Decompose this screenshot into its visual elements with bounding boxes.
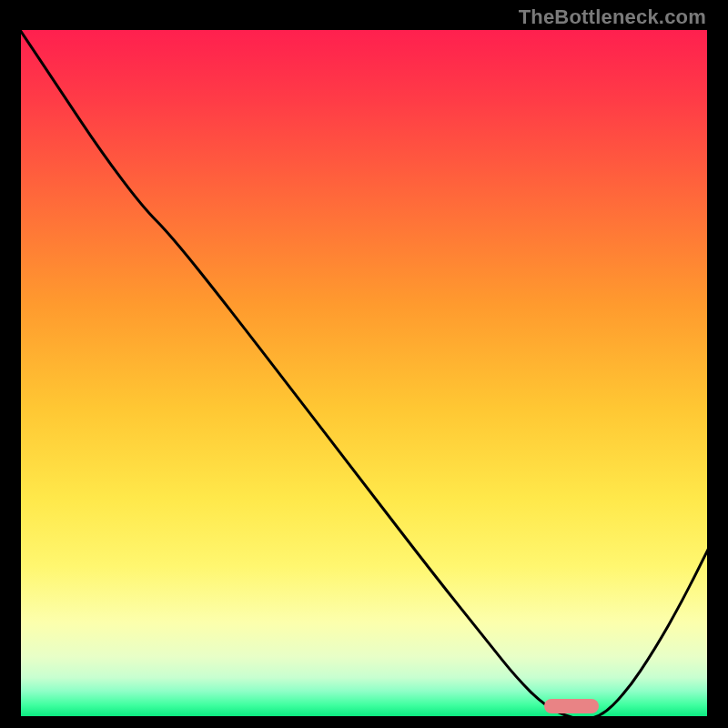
bottleneck-curve bbox=[18, 27, 710, 719]
watermark-text: TheBottleneck.com bbox=[519, 5, 706, 29]
chart-frame bbox=[18, 27, 710, 719]
chart-line-layer bbox=[18, 27, 710, 719]
optimal-range-marker bbox=[544, 699, 600, 713]
